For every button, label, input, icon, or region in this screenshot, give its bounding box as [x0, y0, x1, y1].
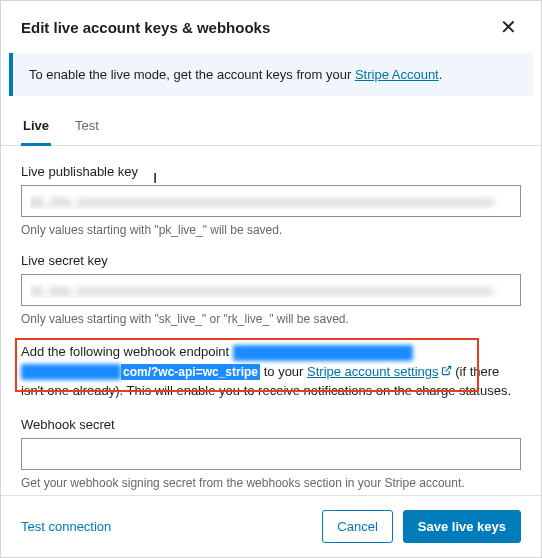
webhook-url-visible-fragment: com/?wc-api=wc_stripe [121, 364, 260, 380]
redacted-url-part-2 [21, 364, 121, 380]
secret-key-input[interactable] [21, 274, 521, 306]
modal-header: Edit live account keys & webhooks ✕ [1, 1, 541, 49]
webhook-note-mid: to your [264, 364, 307, 379]
modal-body: Live publishable key Only values startin… [1, 146, 541, 495]
modal-footer: Test connection Cancel Save live keys [1, 495, 541, 557]
publishable-key-hint: Only values starting with "pk_live_" wil… [21, 223, 521, 237]
webhook-secret-hint: Get your webhook signing secret from the… [21, 476, 521, 490]
info-banner: To enable the live mode, get the account… [9, 53, 533, 96]
stripe-settings-link[interactable]: Stripe account settings [307, 364, 452, 379]
publishable-key-label: Live publishable key [21, 164, 521, 179]
close-button[interactable]: ✕ [496, 15, 521, 39]
webhook-secret-input[interactable] [21, 438, 521, 470]
external-link-icon [441, 362, 452, 382]
banner-text-after: . [439, 67, 443, 82]
test-connection-link[interactable]: Test connection [21, 519, 111, 534]
stripe-account-link[interactable]: Stripe Account [355, 67, 439, 82]
edit-keys-modal: Edit live account keys & webhooks ✕ To e… [0, 0, 542, 558]
webhook-endpoint-note: Add the following webhook endpoint com/?… [21, 342, 521, 401]
svg-line-0 [445, 366, 450, 371]
footer-actions: Cancel Save live keys [322, 510, 521, 543]
webhook-secret-label: Webhook secret [21, 417, 521, 432]
publishable-key-input[interactable] [21, 185, 521, 217]
banner-text-before: To enable the live mode, get the account… [29, 67, 355, 82]
save-live-keys-button[interactable]: Save live keys [403, 510, 521, 543]
secret-key-hint: Only values starting with "sk_live_" or … [21, 312, 521, 326]
webhook-note-prefix: Add the following webhook endpoint [21, 344, 233, 359]
tab-test[interactable]: Test [73, 108, 101, 146]
secret-key-label: Live secret key [21, 253, 521, 268]
close-icon: ✕ [500, 16, 517, 38]
modal-title: Edit live account keys & webhooks [21, 19, 270, 36]
tab-live[interactable]: Live [21, 108, 51, 146]
redacted-url-part-1 [233, 345, 413, 361]
cancel-button[interactable]: Cancel [322, 510, 392, 543]
tabs: Live Test [1, 104, 541, 146]
